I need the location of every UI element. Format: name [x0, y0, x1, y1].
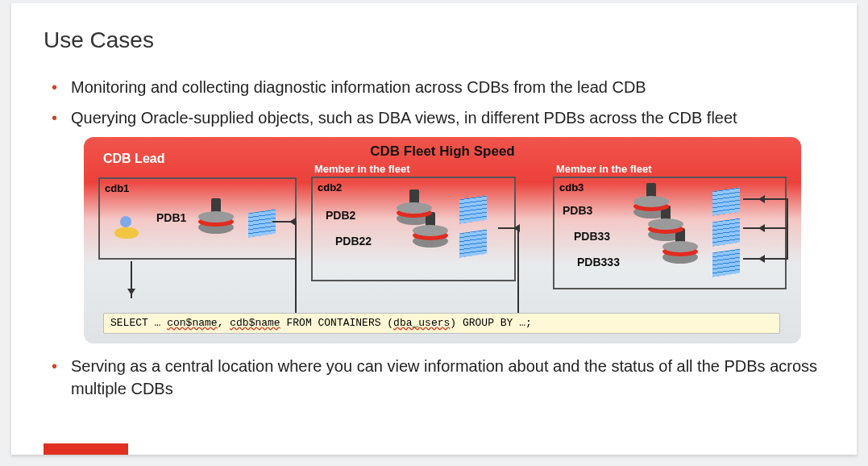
- brand-bar: [44, 443, 128, 455]
- database-icon: [413, 225, 448, 248]
- pdb2-label: PDB2: [326, 209, 355, 222]
- bullet-2: Querying Oracle-supplied objects, such a…: [52, 106, 824, 129]
- cdb3-name: cdb3: [559, 181, 584, 193]
- sql-text: SELECT …: [110, 317, 167, 329]
- sql-dba: dba_users: [393, 317, 450, 329]
- cdb-lead-label: CDB Lead: [103, 152, 164, 166]
- cdb1-name: cdb1: [105, 182, 129, 194]
- sql-cdb: cdb$name: [230, 317, 280, 329]
- cdb2-box: cdb2 PDB2 PDB22: [311, 177, 516, 281]
- sql-text: ) GROUP BY …;: [450, 317, 531, 329]
- bullet-1: Monitoring and collecting diagnostic inf…: [52, 76, 824, 98]
- data-grid-icon: [712, 249, 740, 277]
- arrow-icon: [272, 221, 295, 223]
- database-icon: [198, 211, 234, 234]
- connector-line: [517, 281, 519, 313]
- data-grid-icon: [459, 196, 487, 224]
- cdb-fleet-diagram: CDB Fleet High Speed CDB Lead Member in …: [84, 137, 801, 343]
- sql-text: FROM CONTAINERS (: [280, 317, 393, 329]
- sql-text: ,: [218, 317, 230, 329]
- bullet-list-2: Serving as a central location where you …: [44, 355, 824, 400]
- connector-line: [764, 227, 788, 229]
- cdb3-box: cdb3 PDB3 PDB33 PDB333: [553, 177, 787, 289]
- arrow-icon: [743, 198, 764, 200]
- connector-line: [295, 221, 297, 313]
- arrow-down-icon: [131, 261, 132, 298]
- member-label-2: Member in the fleet: [556, 163, 651, 175]
- connector-line: [764, 198, 788, 200]
- slide: Use Cases Monitoring and collecting diag…: [11, 3, 857, 455]
- fleet-title: CDB Fleet High Speed: [370, 144, 514, 160]
- cdb2-name: cdb2: [318, 181, 342, 193]
- connector-line: [764, 258, 788, 260]
- arrow-icon: [743, 227, 764, 229]
- slide-title: Use Cases: [44, 27, 824, 53]
- sql-con: con$name: [167, 317, 217, 329]
- sql-statement: SELECT … con$name, cdb$name FROM CONTAIN…: [103, 313, 780, 334]
- member-label-1: Member in the fleet: [314, 163, 409, 175]
- bullet-list: Monitoring and collecting diagnostic inf…: [44, 76, 824, 129]
- data-grid-icon: [459, 230, 487, 258]
- arrow-icon: [743, 258, 764, 260]
- pdb3-label: PDB3: [563, 204, 592, 217]
- pdb33-label: PDB33: [574, 230, 610, 243]
- bullet-3: Serving as a central location where you …: [52, 355, 824, 400]
- pdb333-label: PDB333: [577, 256, 620, 268]
- user-icon: [114, 216, 139, 239]
- data-grid-icon: [712, 218, 740, 247]
- connector-line: [787, 198, 788, 260]
- pdb1-label: PDB1: [156, 211, 186, 224]
- pdb22-label: PDB22: [335, 235, 372, 248]
- connector-line: [517, 227, 519, 281]
- database-icon: [662, 241, 698, 264]
- arrow-icon: [498, 227, 519, 229]
